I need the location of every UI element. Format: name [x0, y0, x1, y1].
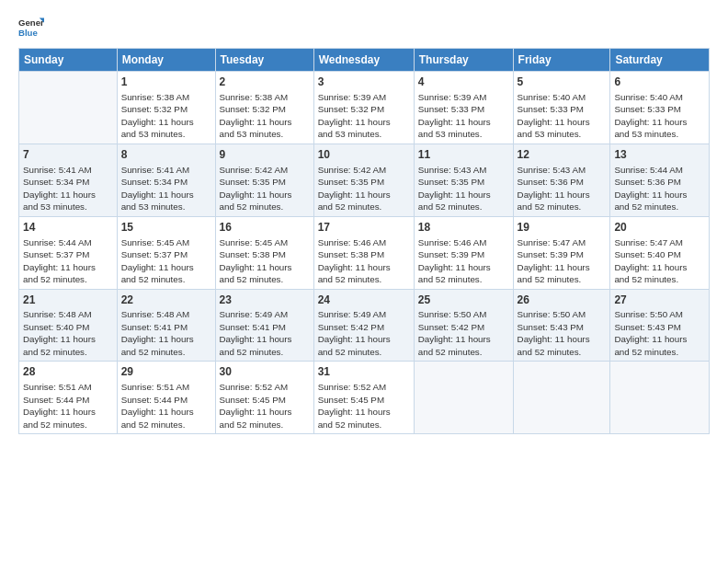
- day-cell: 4Sunrise: 5:39 AMSunset: 5:33 PMDaylight…: [414, 72, 513, 144]
- day-cell: 8Sunrise: 5:41 AMSunset: 5:34 PMDaylight…: [117, 144, 215, 216]
- day-cell: 21Sunrise: 5:48 AMSunset: 5:40 PMDayligh…: [19, 289, 118, 362]
- day-cell: 9Sunrise: 5:42 AMSunset: 5:35 PMDaylight…: [215, 144, 313, 216]
- day-number: 13: [614, 147, 705, 163]
- day-cell: 29Sunrise: 5:51 AMSunset: 5:44 PMDayligh…: [117, 362, 215, 434]
- day-info: Sunrise: 5:43 AMSunset: 5:35 PMDaylight:…: [418, 164, 509, 213]
- day-info: Sunrise: 5:38 AMSunset: 5:32 PMDaylight:…: [121, 91, 211, 141]
- day-cell: [610, 362, 710, 434]
- day-cell: 16Sunrise: 5:45 AMSunset: 5:38 PMDayligh…: [215, 216, 313, 289]
- header-cell-tuesday: Tuesday: [215, 49, 313, 72]
- day-cell: 14Sunrise: 5:44 AMSunset: 5:37 PMDayligh…: [19, 216, 118, 289]
- day-info: Sunrise: 5:45 AMSunset: 5:38 PMDaylight:…: [220, 236, 310, 286]
- day-info: Sunrise: 5:44 AMSunset: 5:36 PMDaylight:…: [614, 164, 705, 213]
- day-info: Sunrise: 5:48 AMSunset: 5:41 PMDaylight:…: [121, 308, 211, 358]
- day-number: 26: [518, 293, 607, 308]
- day-cell: 22Sunrise: 5:48 AMSunset: 5:41 PMDayligh…: [117, 289, 215, 362]
- day-number: 21: [23, 293, 113, 308]
- day-cell: 11Sunrise: 5:43 AMSunset: 5:35 PMDayligh…: [414, 144, 513, 216]
- day-number: 10: [318, 147, 410, 163]
- day-info: Sunrise: 5:50 AMSunset: 5:42 PMDaylight:…: [418, 308, 509, 358]
- day-number: 28: [23, 364, 113, 380]
- day-number: 14: [23, 220, 113, 236]
- day-info: Sunrise: 5:52 AMSunset: 5:45 PMDaylight:…: [220, 381, 310, 431]
- day-cell: 20Sunrise: 5:47 AMSunset: 5:40 PMDayligh…: [610, 216, 710, 289]
- week-row-3: 14Sunrise: 5:44 AMSunset: 5:37 PMDayligh…: [19, 216, 710, 289]
- day-cell: 13Sunrise: 5:44 AMSunset: 5:36 PMDayligh…: [610, 144, 710, 216]
- day-number: 7: [23, 147, 113, 163]
- day-number: 25: [418, 293, 509, 308]
- svg-text:Blue: Blue: [18, 28, 38, 38]
- logo-icon: General Blue: [18, 15, 44, 40]
- day-number: 12: [518, 147, 607, 163]
- day-number: 3: [318, 75, 410, 90]
- day-cell: [19, 72, 118, 144]
- day-info: Sunrise: 5:39 AMSunset: 5:32 PMDaylight:…: [318, 91, 410, 141]
- logo: General Blue: [18, 15, 44, 40]
- day-cell: 31Sunrise: 5:52 AMSunset: 5:45 PMDayligh…: [313, 362, 414, 434]
- day-cell: 30Sunrise: 5:52 AMSunset: 5:45 PMDayligh…: [215, 362, 313, 434]
- day-cell: [513, 362, 610, 434]
- header-cell-sunday: Sunday: [19, 49, 118, 72]
- day-number: 18: [418, 220, 509, 236]
- day-cell: 1Sunrise: 5:38 AMSunset: 5:32 PMDaylight…: [117, 72, 215, 144]
- day-info: Sunrise: 5:42 AMSunset: 5:35 PMDaylight:…: [318, 164, 410, 213]
- day-number: 30: [220, 364, 310, 380]
- day-cell: 28Sunrise: 5:51 AMSunset: 5:44 PMDayligh…: [19, 362, 118, 434]
- day-info: Sunrise: 5:46 AMSunset: 5:38 PMDaylight:…: [318, 236, 410, 286]
- day-number: 22: [121, 293, 211, 308]
- day-number: 17: [318, 220, 410, 236]
- day-info: Sunrise: 5:50 AMSunset: 5:43 PMDaylight:…: [614, 308, 705, 358]
- svg-text:General: General: [18, 17, 44, 28]
- day-number: 6: [614, 75, 705, 90]
- day-number: 2: [220, 75, 310, 90]
- day-info: Sunrise: 5:42 AMSunset: 5:35 PMDaylight:…: [220, 164, 310, 213]
- header-cell-friday: Friday: [513, 49, 610, 72]
- day-cell: 12Sunrise: 5:43 AMSunset: 5:36 PMDayligh…: [513, 144, 610, 216]
- day-info: Sunrise: 5:52 AMSunset: 5:45 PMDaylight:…: [318, 381, 410, 431]
- day-info: Sunrise: 5:48 AMSunset: 5:40 PMDaylight:…: [23, 308, 113, 358]
- day-number: 31: [318, 364, 410, 380]
- day-number: 20: [614, 220, 705, 236]
- day-cell: 2Sunrise: 5:38 AMSunset: 5:32 PMDaylight…: [215, 72, 313, 144]
- day-info: Sunrise: 5:39 AMSunset: 5:33 PMDaylight:…: [418, 91, 509, 141]
- day-cell: 6Sunrise: 5:40 AMSunset: 5:33 PMDaylight…: [610, 72, 710, 144]
- day-info: Sunrise: 5:45 AMSunset: 5:37 PMDaylight:…: [121, 236, 211, 286]
- day-cell: 24Sunrise: 5:49 AMSunset: 5:42 PMDayligh…: [313, 289, 414, 362]
- day-number: 27: [614, 293, 705, 308]
- header-cell-thursday: Thursday: [414, 49, 513, 72]
- day-info: Sunrise: 5:43 AMSunset: 5:36 PMDaylight:…: [518, 164, 607, 213]
- day-cell: [414, 362, 513, 434]
- day-cell: 26Sunrise: 5:50 AMSunset: 5:43 PMDayligh…: [513, 289, 610, 362]
- day-cell: 27Sunrise: 5:50 AMSunset: 5:43 PMDayligh…: [610, 289, 710, 362]
- day-info: Sunrise: 5:47 AMSunset: 5:39 PMDaylight:…: [518, 236, 607, 286]
- day-info: Sunrise: 5:50 AMSunset: 5:43 PMDaylight:…: [518, 308, 607, 358]
- day-cell: 5Sunrise: 5:40 AMSunset: 5:33 PMDaylight…: [513, 72, 610, 144]
- day-info: Sunrise: 5:49 AMSunset: 5:41 PMDaylight:…: [220, 308, 310, 358]
- calendar-table: SundayMondayTuesdayWednesdayThursdayFrid…: [18, 48, 710, 434]
- header-cell-saturday: Saturday: [610, 49, 710, 72]
- day-info: Sunrise: 5:41 AMSunset: 5:34 PMDaylight:…: [23, 164, 113, 213]
- day-info: Sunrise: 5:49 AMSunset: 5:42 PMDaylight:…: [318, 308, 410, 358]
- week-row-5: 28Sunrise: 5:51 AMSunset: 5:44 PMDayligh…: [19, 362, 710, 434]
- day-cell: 10Sunrise: 5:42 AMSunset: 5:35 PMDayligh…: [313, 144, 414, 216]
- day-number: 1: [121, 75, 211, 90]
- day-number: 5: [518, 75, 607, 90]
- day-number: 8: [121, 147, 211, 163]
- week-row-4: 21Sunrise: 5:48 AMSunset: 5:40 PMDayligh…: [19, 289, 710, 362]
- header-row: SundayMondayTuesdayWednesdayThursdayFrid…: [19, 49, 710, 72]
- day-number: 9: [220, 147, 310, 163]
- day-number: 16: [220, 220, 310, 236]
- header: General Blue: [18, 15, 710, 40]
- day-info: Sunrise: 5:40 AMSunset: 5:33 PMDaylight:…: [614, 91, 705, 141]
- day-cell: 23Sunrise: 5:49 AMSunset: 5:41 PMDayligh…: [215, 289, 313, 362]
- day-info: Sunrise: 5:47 AMSunset: 5:40 PMDaylight:…: [614, 236, 705, 286]
- day-info: Sunrise: 5:51 AMSunset: 5:44 PMDaylight:…: [121, 381, 211, 431]
- day-cell: 7Sunrise: 5:41 AMSunset: 5:34 PMDaylight…: [19, 144, 118, 216]
- week-row-2: 7Sunrise: 5:41 AMSunset: 5:34 PMDaylight…: [19, 144, 710, 216]
- day-cell: 15Sunrise: 5:45 AMSunset: 5:37 PMDayligh…: [117, 216, 215, 289]
- day-number: 4: [418, 75, 509, 90]
- day-info: Sunrise: 5:38 AMSunset: 5:32 PMDaylight:…: [220, 91, 310, 141]
- day-cell: 3Sunrise: 5:39 AMSunset: 5:32 PMDaylight…: [313, 72, 414, 144]
- header-cell-wednesday: Wednesday: [313, 49, 414, 72]
- day-number: 15: [121, 220, 211, 236]
